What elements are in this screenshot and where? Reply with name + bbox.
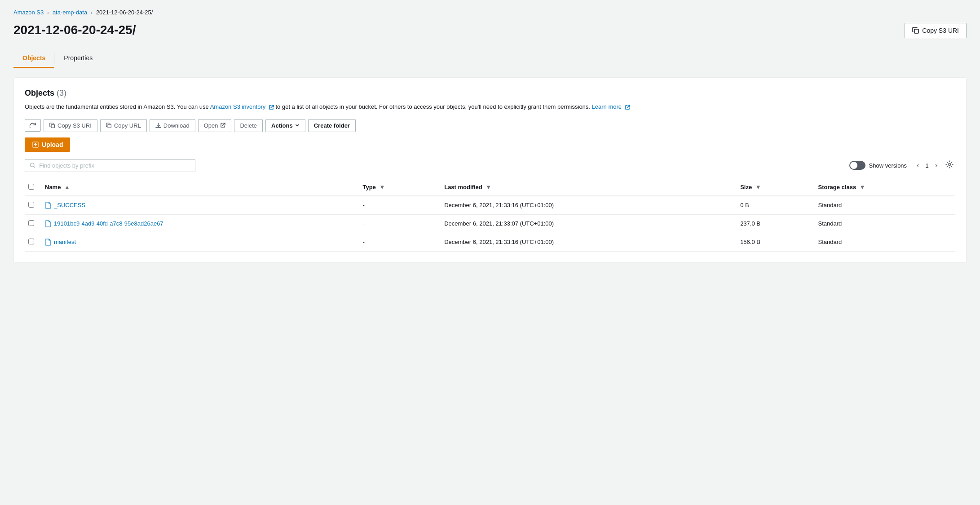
row-type-2: -	[357, 233, 439, 251]
show-versions: Show versions	[849, 161, 907, 170]
storage-class-column-header[interactable]: Storage class ▼	[813, 179, 955, 196]
breadcrumb-current: 2021-12-06-20-24-25/	[96, 9, 153, 16]
upload-label: Upload	[42, 141, 63, 148]
breadcrumb-separator-2: ›	[91, 10, 93, 15]
copy-s3-uri-label: Copy S3 URI	[57, 122, 92, 129]
open-button[interactable]: Open	[198, 119, 232, 132]
external-link-icon	[269, 105, 274, 110]
search-box[interactable]	[25, 159, 195, 172]
create-folder-button[interactable]: Create folder	[308, 119, 356, 132]
actions-chevron-icon	[295, 123, 300, 128]
type-column-header[interactable]: Type ▼	[357, 179, 439, 196]
breadcrumb: Amazon S3 › ata-emp-data › 2021-12-06-20…	[13, 9, 967, 16]
name-sort-icon: ▲	[64, 184, 70, 190]
pagination-page: 1	[925, 162, 928, 169]
download-label: Download	[163, 122, 190, 129]
copy-url-icon	[106, 123, 112, 128]
storage-class-sort-icon: ▼	[860, 184, 865, 190]
copy-s3-uri-icon	[49, 123, 55, 128]
copy-url-button[interactable]: Copy URL	[100, 119, 147, 132]
actions-button[interactable]: Actions	[265, 119, 305, 132]
search-icon	[30, 162, 35, 168]
table-settings-button[interactable]	[944, 159, 955, 172]
row-checkbox-0[interactable]	[28, 202, 34, 208]
pagination: ‹ 1 ›	[914, 159, 955, 172]
name-column-header[interactable]: Name ▲	[40, 179, 357, 196]
tab-properties[interactable]: Properties	[55, 49, 102, 68]
last-modified-column-header[interactable]: Last modified ▼	[439, 179, 735, 196]
size-sort-icon: ▼	[755, 184, 761, 190]
learn-more-link[interactable]: Learn more	[592, 103, 630, 110]
row-name-2: manifest	[40, 233, 357, 251]
row-size-1: 237.0 B	[735, 214, 812, 233]
file-icon	[45, 202, 51, 209]
panel-title: Objects (3)	[25, 89, 955, 98]
copy-s3-uri-header-button[interactable]: Copy S3 URI	[905, 23, 967, 38]
upload-icon	[32, 141, 39, 148]
panel-count: (3)	[57, 89, 66, 97]
copy-s3-uri-header-label: Copy S3 URI	[922, 27, 959, 34]
row-checkbox-cell	[25, 196, 40, 215]
table-row: manifest - December 6, 2021, 21:33:16 (U…	[25, 233, 955, 251]
svg-point-4	[30, 163, 34, 167]
type-sort-icon: ▼	[379, 184, 385, 190]
create-folder-label: Create folder	[314, 122, 350, 129]
row-name-link-1[interactable]: 19101bc9-4ad9-40fd-a7c8-95e8ad26ae67	[54, 220, 163, 227]
objects-table: Name ▲ Type ▼ Last modified ▼ Size ▼	[25, 179, 955, 252]
refresh-icon	[30, 122, 36, 128]
row-checkbox-cell	[25, 233, 40, 251]
select-all-checkbox[interactable]	[28, 184, 34, 190]
row-storage-class-1: Standard	[813, 214, 955, 233]
svg-rect-1	[51, 124, 54, 128]
row-name-1: 19101bc9-4ad9-40fd-a7c8-95e8ad26ae67	[40, 214, 357, 233]
copy-url-label: Copy URL	[114, 122, 141, 129]
breadcrumb-separator-1: ›	[47, 10, 49, 15]
row-last-modified-2: December 6, 2021, 21:33:16 (UTC+01:00)	[439, 233, 735, 251]
breadcrumb-bucket[interactable]: ata-emp-data	[53, 9, 87, 16]
delete-label: Delete	[240, 122, 257, 129]
row-type-1: -	[357, 214, 439, 233]
row-checkbox-2[interactable]	[28, 239, 34, 244]
row-last-modified-1: December 6, 2021, 21:33:07 (UTC+01:00)	[439, 214, 735, 233]
svg-rect-0	[914, 29, 918, 33]
search-input[interactable]	[39, 162, 190, 169]
learn-more-external-icon	[625, 105, 630, 110]
row-name-0: _SUCCESS	[40, 196, 357, 215]
panel-description: Objects are the fundamental entities sto…	[25, 102, 955, 112]
row-storage-class-0: Standard	[813, 196, 955, 215]
s3-inventory-link[interactable]: Amazon S3 inventory	[210, 103, 276, 110]
row-type-0: -	[357, 196, 439, 215]
show-versions-toggle[interactable]	[849, 161, 865, 170]
copy-s3-uri-button[interactable]: Copy S3 URI	[44, 119, 97, 132]
refresh-button[interactable]	[25, 119, 41, 132]
page-title: 2021-12-06-20-24-25/	[13, 23, 136, 37]
download-button[interactable]: Download	[150, 119, 195, 132]
row-size-0: 0 B	[735, 196, 812, 215]
table-row: 19101bc9-4ad9-40fd-a7c8-95e8ad26ae67 - D…	[25, 214, 955, 233]
download-icon	[155, 123, 161, 128]
table-row: _SUCCESS - December 6, 2021, 21:33:16 (U…	[25, 196, 955, 215]
tab-objects[interactable]: Objects	[13, 49, 54, 68]
row-name-link-0[interactable]: _SUCCESS	[54, 202, 85, 208]
open-external-icon	[220, 123, 225, 128]
delete-button[interactable]: Delete	[234, 119, 263, 132]
row-name-link-2[interactable]: manifest	[54, 239, 76, 245]
svg-rect-2	[108, 124, 111, 128]
upload-button[interactable]: Upload	[25, 137, 70, 152]
objects-panel: Objects (3) Objects are the fundamental …	[13, 77, 967, 263]
row-last-modified-0: December 6, 2021, 21:33:16 (UTC+01:00)	[439, 196, 735, 215]
row-storage-class-2: Standard	[813, 233, 955, 251]
size-column-header[interactable]: Size ▼	[735, 179, 812, 196]
copy-icon	[912, 27, 919, 34]
show-versions-label: Show versions	[869, 162, 907, 169]
pagination-next-button[interactable]: ›	[932, 160, 940, 170]
search-right: Show versions ‹ 1 ›	[849, 159, 955, 172]
toolbar: Copy S3 URI Copy URL Download Open	[25, 119, 955, 132]
search-row: Show versions ‹ 1 ›	[25, 159, 955, 172]
row-checkbox-1[interactable]	[28, 220, 34, 226]
svg-point-5	[949, 163, 951, 165]
pagination-prev-button[interactable]: ‹	[914, 160, 922, 170]
breadcrumb-amazon-s3[interactable]: Amazon S3	[13, 9, 44, 16]
tabs: Objects Properties	[13, 49, 967, 68]
file-icon	[45, 220, 51, 227]
